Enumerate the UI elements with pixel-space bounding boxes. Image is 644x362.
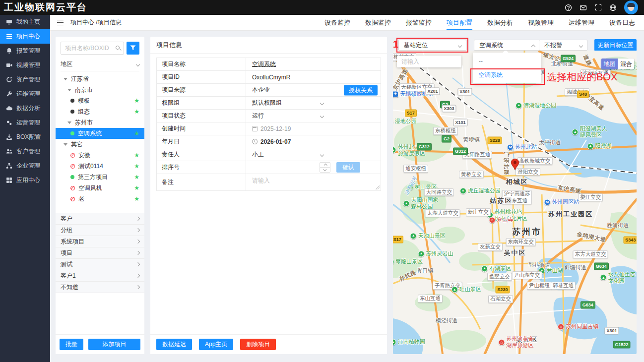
sidebar-item-label: 企业管理 xyxy=(16,162,40,170)
star-icon[interactable]: ★ xyxy=(134,163,139,169)
chevron-down-icon[interactable] xyxy=(320,101,324,105)
sidebar-item-project[interactable]: 项目中心 xyxy=(0,29,50,44)
sidebar-item-label: 项目中心 xyxy=(16,32,40,41)
update-target-position-button[interactable]: 更新目标位置 xyxy=(594,39,637,51)
sidebar-item-box[interactable]: BOX配置 xyxy=(0,130,50,144)
tree-item-7[interactable]: 安徽★ xyxy=(56,150,144,161)
tree-item-9[interactable]: 第三方项目★ xyxy=(56,172,144,182)
box-select[interactable]: 空调系统 xyxy=(474,40,540,51)
help-icon[interactable] xyxy=(565,4,572,11)
box-select-dropdown: -- 空调系统 xyxy=(473,53,541,83)
search-icon[interactable] xyxy=(116,46,120,50)
delete-project-button[interactable]: 删除项目 xyxy=(240,339,276,350)
group-label: 分组 xyxy=(61,226,72,235)
authorize-button[interactable]: 授权关系 xyxy=(344,85,378,95)
sidebar-item-users[interactable]: 客户管理 xyxy=(0,144,50,159)
tree-item-3[interactable]: 组态★ xyxy=(56,106,144,117)
tab-5[interactable]: 视频管理 xyxy=(528,15,554,30)
number-stepper[interactable] xyxy=(320,162,330,173)
menu-fold-icon[interactable] xyxy=(57,20,64,25)
star-icon[interactable]: ★ xyxy=(134,98,139,104)
group-item-1[interactable]: 分组 xyxy=(56,225,144,236)
filter-button[interactable] xyxy=(127,42,139,55)
mail-icon[interactable] xyxy=(580,4,587,11)
sidebar-item-org[interactable]: 企业管理 xyxy=(0,159,50,173)
sidebar-item-monitor[interactable]: 我的主页 xyxy=(0,15,50,29)
tree-item-8[interactable]: 测试0114★ xyxy=(56,161,144,172)
sidebar-item-video[interactable]: 视频管理 xyxy=(0,58,50,72)
resize-handle-icon[interactable] xyxy=(376,185,380,189)
confirm-button[interactable]: 确认 xyxy=(336,162,360,173)
user-avatar[interactable] xyxy=(624,0,638,14)
remark-placeholder[interactable]: 请输入 xyxy=(252,177,270,185)
star-icon[interactable]: ★ xyxy=(134,109,139,115)
group-item-2[interactable]: 系统项目 xyxy=(56,236,144,247)
form-value: OxolluCmymR xyxy=(246,71,381,83)
group-item-4[interactable]: 测试 xyxy=(56,259,144,270)
dropdown-option-empty[interactable]: -- xyxy=(473,54,541,68)
batch-button[interactable]: 批量 xyxy=(60,339,83,350)
star-icon[interactable]: ★ xyxy=(134,185,139,191)
chevron-down-icon[interactable] xyxy=(320,153,324,157)
star-icon[interactable]: ★ xyxy=(134,152,139,158)
chevron-down-icon[interactable] xyxy=(320,114,324,118)
map-search-input[interactable]: 请输入 xyxy=(397,56,461,67)
form-value: 请输入 xyxy=(246,174,381,190)
ops-icon xyxy=(5,120,12,126)
tree-item-11[interactable]: 老★ xyxy=(56,193,144,204)
sidebar-item-cloud[interactable]: 数据分析 xyxy=(0,101,50,116)
action-button-0[interactable]: 数据延迟 xyxy=(156,339,192,350)
form-label-text: 备注 xyxy=(162,178,174,186)
sidebar-item-asset[interactable]: 资产管理 xyxy=(0,72,50,87)
tab-4[interactable]: 数据分析 xyxy=(487,15,513,30)
tab-6[interactable]: 运维管理 xyxy=(569,15,594,30)
layer-hybrid-button[interactable]: 混合 xyxy=(618,59,634,69)
action-button-1[interactable]: App主页 xyxy=(199,339,233,350)
star-icon[interactable]: ★ xyxy=(134,174,139,180)
tree-branch-0[interactable]: 江苏省 xyxy=(56,73,144,84)
tree-branch-1[interactable]: 南京市 xyxy=(56,84,144,95)
add-project-button[interactable]: 添加项目 xyxy=(88,339,140,350)
tab-0[interactable]: 设备监控 xyxy=(324,15,350,30)
tree-branch-6[interactable]: 其它 xyxy=(56,139,144,150)
form-value: 确认 xyxy=(246,161,381,174)
sidebar-item-bell[interactable]: 报警管理 xyxy=(0,44,50,58)
tab-7[interactable]: 设备日志 xyxy=(609,15,635,30)
globe-icon[interactable] xyxy=(609,4,617,11)
tab-1[interactable]: 数据监控 xyxy=(365,15,391,30)
step-down-icon[interactable] xyxy=(320,167,330,172)
fullscreen-icon[interactable] xyxy=(594,4,602,11)
step-up-icon[interactable] xyxy=(320,163,330,167)
bell-icon xyxy=(5,48,12,54)
alarm-filter-value: 不报警 xyxy=(544,41,562,50)
sidebar-item-wrench[interactable]: 运维管理 xyxy=(0,87,50,101)
tree-label: 安徽 xyxy=(78,151,90,160)
project-name-link[interactable]: 空调系统 xyxy=(252,60,276,68)
group-accordion: 客户分组系统项目项目测试客户1不知道 xyxy=(56,213,144,293)
star-icon[interactable]: ★ xyxy=(134,196,139,202)
group-item-3[interactable]: 项目 xyxy=(56,247,144,259)
chevron-right-icon xyxy=(136,251,140,255)
group-item-6[interactable]: 不知道 xyxy=(56,282,144,293)
group-item-5[interactable]: 客户1 xyxy=(56,270,144,282)
tab-3[interactable]: 项目配置 xyxy=(447,15,472,30)
sidebar-item-apps[interactable]: 应用中心 xyxy=(0,173,50,187)
search-input[interactable] xyxy=(61,42,124,55)
layer-map-button[interactable]: 地图 xyxy=(601,59,618,69)
locate-mode-select[interactable]: 基站定位 xyxy=(398,40,466,51)
tree-item-5[interactable]: 空调系统★ xyxy=(56,128,144,139)
tree-item-10[interactable]: 空调风机★ xyxy=(56,182,144,193)
region-section-header[interactable]: 地区 xyxy=(61,58,139,71)
star-icon[interactable]: ★ xyxy=(134,130,139,136)
sidebar-item-ops[interactable]: 运营管理 xyxy=(0,116,50,130)
form-row-1: 项目IDOxolluCmymR xyxy=(157,71,381,84)
map[interactable]: 梅村立交锡太公路速路▲沙家浜国家湿地公园沙家浜互通北桥街道辛庄镇无锡新区立交✈无… xyxy=(393,51,637,354)
alarm-filter-select[interactable]: 不报警 xyxy=(539,40,587,51)
tab-2[interactable]: 报警监控 xyxy=(406,15,432,30)
dropdown-option-box[interactable]: 空调系统 xyxy=(473,68,541,82)
tree-branch-4[interactable]: 苏州市 xyxy=(56,117,144,128)
group-item-0[interactable]: 客户 xyxy=(56,213,144,225)
tree-item-2[interactable]: 模板★ xyxy=(56,95,144,106)
forbidden-icon xyxy=(70,153,75,158)
form-value: 2026-01-07 xyxy=(246,135,381,148)
